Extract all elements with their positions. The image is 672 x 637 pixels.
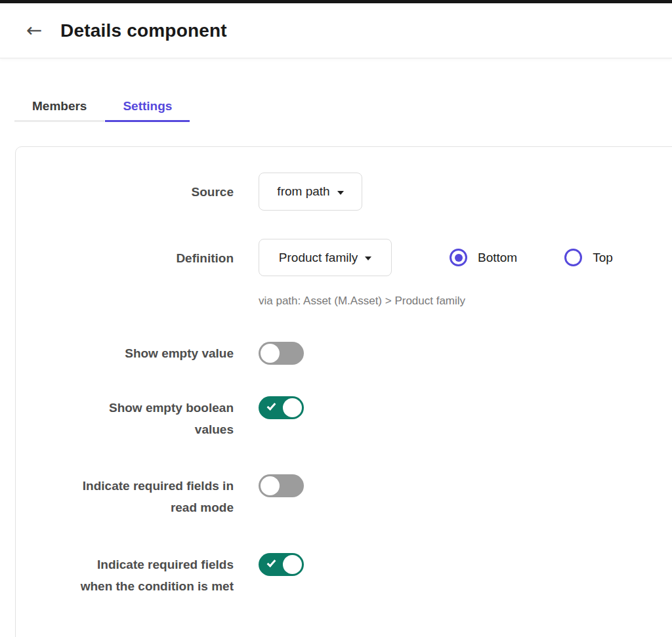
chevron-down-icon [337,191,344,195]
indicate-required-read-row: Indicate required fields in read mode [16,474,672,518]
toggle-knob [283,398,302,417]
definition-label: Definition [79,247,234,269]
back-button[interactable] [24,20,45,41]
definition-dropdown-value: Product family [279,251,358,265]
chevron-down-icon [365,257,371,260]
via-path-row: via path: Asset (M.Asset) > Product fami… [16,294,672,308]
tab-members[interactable]: Members [14,92,104,122]
source-row: Source from path [16,173,672,211]
page-title: Details component [60,20,227,41]
via-path-text: via path: Asset (M.Asset) > Product fami… [259,294,465,308]
radio-option-top[interactable]: Top [564,249,613,266]
position-radio-group: Bottom Top [450,249,613,266]
show-empty-value-row: Show empty value [16,342,672,365]
tab-settings[interactable]: Settings [105,92,190,122]
show-empty-boolean-toggle[interactable] [259,396,304,419]
show-empty-value-label: Show empty value [79,342,234,364]
show-empty-boolean-row: Show empty boolean values [16,396,672,440]
show-empty-value-toggle[interactable] [259,342,304,365]
toggle-knob [283,555,302,574]
source-label: Source [79,180,234,203]
definition-row: Definition Product family Bottom Top [16,239,672,276]
toggle-knob [261,476,280,495]
radio-label-top: Top [593,251,613,265]
radio-icon-bottom [450,249,467,266]
radio-option-bottom[interactable]: Bottom [450,249,517,266]
check-icon [267,401,276,410]
indicate-required-condition-label: Indicate required fields when the condit… [79,553,234,597]
arrow-left-icon [26,21,42,40]
indicate-required-condition-toggle[interactable] [259,553,304,576]
definition-dropdown[interactable]: Product family [259,239,392,276]
tab-bar: Members Settings [14,92,190,122]
settings-panel: Source from path Definition Product fami… [15,146,672,637]
indicate-required-condition-row: Indicate required fields when the condit… [16,553,672,597]
source-dropdown[interactable]: from path [259,173,362,211]
header: Details component [0,3,672,58]
radio-icon-top [564,249,582,266]
radio-label-bottom: Bottom [478,251,517,265]
indicate-required-read-toggle[interactable] [259,474,304,497]
toggle-knob [261,344,280,363]
check-icon [267,558,276,567]
source-dropdown-value: from path [277,184,329,199]
indicate-required-read-label: Indicate required fields in read mode [79,474,234,518]
show-empty-boolean-label: Show empty boolean values [79,396,234,440]
